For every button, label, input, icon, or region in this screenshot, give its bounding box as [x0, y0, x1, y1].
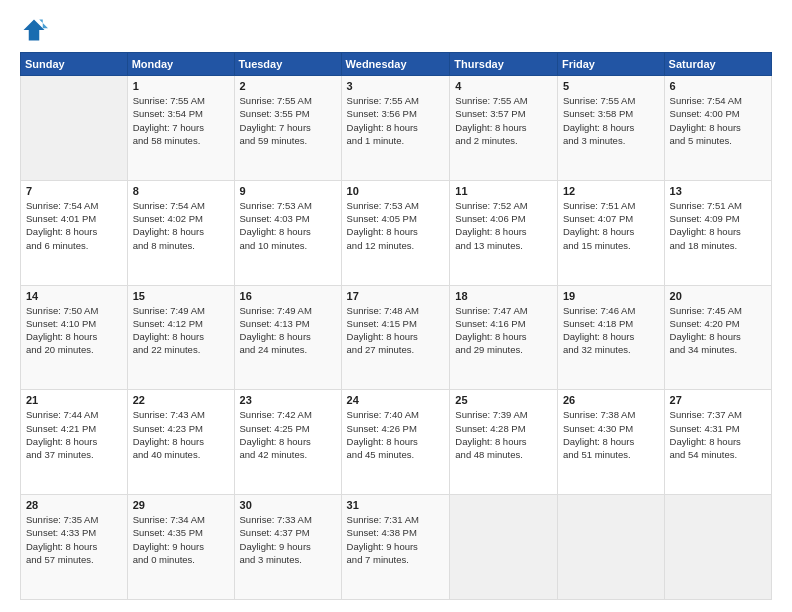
calendar-cell: 17Sunrise: 7:48 AM Sunset: 4:15 PM Dayli… — [341, 285, 450, 390]
calendar-cell: 11Sunrise: 7:52 AM Sunset: 4:06 PM Dayli… — [450, 180, 558, 285]
day-info: Sunrise: 7:55 AM Sunset: 3:58 PM Dayligh… — [563, 94, 659, 147]
day-info: Sunrise: 7:55 AM Sunset: 3:56 PM Dayligh… — [347, 94, 445, 147]
day-info: Sunrise: 7:52 AM Sunset: 4:06 PM Dayligh… — [455, 199, 552, 252]
header — [20, 16, 772, 44]
day-info: Sunrise: 7:31 AM Sunset: 4:38 PM Dayligh… — [347, 513, 445, 566]
calendar-cell: 18Sunrise: 7:47 AM Sunset: 4:16 PM Dayli… — [450, 285, 558, 390]
calendar-cell: 13Sunrise: 7:51 AM Sunset: 4:09 PM Dayli… — [664, 180, 771, 285]
day-info: Sunrise: 7:51 AM Sunset: 4:07 PM Dayligh… — [563, 199, 659, 252]
calendar-cell: 30Sunrise: 7:33 AM Sunset: 4:37 PM Dayli… — [234, 495, 341, 600]
day-info: Sunrise: 7:54 AM Sunset: 4:01 PM Dayligh… — [26, 199, 122, 252]
calendar-cell: 14Sunrise: 7:50 AM Sunset: 4:10 PM Dayli… — [21, 285, 128, 390]
day-info: Sunrise: 7:46 AM Sunset: 4:18 PM Dayligh… — [563, 304, 659, 357]
day-number: 10 — [347, 185, 445, 197]
day-number: 19 — [563, 290, 659, 302]
day-info: Sunrise: 7:38 AM Sunset: 4:30 PM Dayligh… — [563, 408, 659, 461]
day-info: Sunrise: 7:35 AM Sunset: 4:33 PM Dayligh… — [26, 513, 122, 566]
day-number: 5 — [563, 80, 659, 92]
day-number: 25 — [455, 394, 552, 406]
day-number: 8 — [133, 185, 229, 197]
day-number: 18 — [455, 290, 552, 302]
weekday-header-wednesday: Wednesday — [341, 53, 450, 76]
day-number: 28 — [26, 499, 122, 511]
calendar-cell: 31Sunrise: 7:31 AM Sunset: 4:38 PM Dayli… — [341, 495, 450, 600]
weekday-header-friday: Friday — [557, 53, 664, 76]
day-number: 13 — [670, 185, 766, 197]
day-info: Sunrise: 7:47 AM Sunset: 4:16 PM Dayligh… — [455, 304, 552, 357]
day-number: 4 — [455, 80, 552, 92]
calendar-cell: 7Sunrise: 7:54 AM Sunset: 4:01 PM Daylig… — [21, 180, 128, 285]
calendar-cell: 3Sunrise: 7:55 AM Sunset: 3:56 PM Daylig… — [341, 76, 450, 181]
calendar-week-row: 21Sunrise: 7:44 AM Sunset: 4:21 PM Dayli… — [21, 390, 772, 495]
day-info: Sunrise: 7:40 AM Sunset: 4:26 PM Dayligh… — [347, 408, 445, 461]
day-number: 11 — [455, 185, 552, 197]
calendar-cell — [557, 495, 664, 600]
calendar-header: SundayMondayTuesdayWednesdayThursdayFrid… — [21, 53, 772, 76]
calendar-body: 1Sunrise: 7:55 AM Sunset: 3:54 PM Daylig… — [21, 76, 772, 600]
day-info: Sunrise: 7:53 AM Sunset: 4:05 PM Dayligh… — [347, 199, 445, 252]
day-info: Sunrise: 7:49 AM Sunset: 4:12 PM Dayligh… — [133, 304, 229, 357]
calendar-cell: 8Sunrise: 7:54 AM Sunset: 4:02 PM Daylig… — [127, 180, 234, 285]
weekday-header-monday: Monday — [127, 53, 234, 76]
calendar-week-row: 1Sunrise: 7:55 AM Sunset: 3:54 PM Daylig… — [21, 76, 772, 181]
day-number: 31 — [347, 499, 445, 511]
day-info: Sunrise: 7:53 AM Sunset: 4:03 PM Dayligh… — [240, 199, 336, 252]
day-info: Sunrise: 7:49 AM Sunset: 4:13 PM Dayligh… — [240, 304, 336, 357]
day-number: 29 — [133, 499, 229, 511]
calendar-cell — [450, 495, 558, 600]
calendar-cell: 9Sunrise: 7:53 AM Sunset: 4:03 PM Daylig… — [234, 180, 341, 285]
day-number: 9 — [240, 185, 336, 197]
weekday-header-thursday: Thursday — [450, 53, 558, 76]
day-info: Sunrise: 7:33 AM Sunset: 4:37 PM Dayligh… — [240, 513, 336, 566]
logo-icon — [20, 16, 48, 44]
calendar-cell: 20Sunrise: 7:45 AM Sunset: 4:20 PM Dayli… — [664, 285, 771, 390]
calendar-cell: 12Sunrise: 7:51 AM Sunset: 4:07 PM Dayli… — [557, 180, 664, 285]
calendar-cell: 6Sunrise: 7:54 AM Sunset: 4:00 PM Daylig… — [664, 76, 771, 181]
day-number: 7 — [26, 185, 122, 197]
calendar-cell — [664, 495, 771, 600]
weekday-header-saturday: Saturday — [664, 53, 771, 76]
day-info: Sunrise: 7:37 AM Sunset: 4:31 PM Dayligh… — [670, 408, 766, 461]
day-number: 14 — [26, 290, 122, 302]
day-number: 20 — [670, 290, 766, 302]
logo — [20, 16, 52, 44]
day-number: 16 — [240, 290, 336, 302]
day-number: 1 — [133, 80, 229, 92]
calendar-table: SundayMondayTuesdayWednesdayThursdayFrid… — [20, 52, 772, 600]
day-number: 26 — [563, 394, 659, 406]
calendar-cell: 2Sunrise: 7:55 AM Sunset: 3:55 PM Daylig… — [234, 76, 341, 181]
calendar-cell: 22Sunrise: 7:43 AM Sunset: 4:23 PM Dayli… — [127, 390, 234, 495]
weekday-header-row: SundayMondayTuesdayWednesdayThursdayFrid… — [21, 53, 772, 76]
day-number: 12 — [563, 185, 659, 197]
calendar-week-row: 7Sunrise: 7:54 AM Sunset: 4:01 PM Daylig… — [21, 180, 772, 285]
calendar-cell: 21Sunrise: 7:44 AM Sunset: 4:21 PM Dayli… — [21, 390, 128, 495]
calendar-cell: 19Sunrise: 7:46 AM Sunset: 4:18 PM Dayli… — [557, 285, 664, 390]
calendar-cell: 10Sunrise: 7:53 AM Sunset: 4:05 PM Dayli… — [341, 180, 450, 285]
day-number: 2 — [240, 80, 336, 92]
calendar-cell: 29Sunrise: 7:34 AM Sunset: 4:35 PM Dayli… — [127, 495, 234, 600]
calendar-cell: 23Sunrise: 7:42 AM Sunset: 4:25 PM Dayli… — [234, 390, 341, 495]
weekday-header-sunday: Sunday — [21, 53, 128, 76]
calendar-cell: 15Sunrise: 7:49 AM Sunset: 4:12 PM Dayli… — [127, 285, 234, 390]
calendar-cell: 28Sunrise: 7:35 AM Sunset: 4:33 PM Dayli… — [21, 495, 128, 600]
calendar-cell: 26Sunrise: 7:38 AM Sunset: 4:30 PM Dayli… — [557, 390, 664, 495]
day-info: Sunrise: 7:54 AM Sunset: 4:02 PM Dayligh… — [133, 199, 229, 252]
svg-marker-0 — [24, 20, 45, 41]
day-info: Sunrise: 7:55 AM Sunset: 3:57 PM Dayligh… — [455, 94, 552, 147]
day-info: Sunrise: 7:50 AM Sunset: 4:10 PM Dayligh… — [26, 304, 122, 357]
day-info: Sunrise: 7:39 AM Sunset: 4:28 PM Dayligh… — [455, 408, 552, 461]
weekday-header-tuesday: Tuesday — [234, 53, 341, 76]
day-info: Sunrise: 7:34 AM Sunset: 4:35 PM Dayligh… — [133, 513, 229, 566]
day-number: 24 — [347, 394, 445, 406]
calendar-cell: 4Sunrise: 7:55 AM Sunset: 3:57 PM Daylig… — [450, 76, 558, 181]
day-info: Sunrise: 7:55 AM Sunset: 3:55 PM Dayligh… — [240, 94, 336, 147]
day-info: Sunrise: 7:44 AM Sunset: 4:21 PM Dayligh… — [26, 408, 122, 461]
calendar-cell — [21, 76, 128, 181]
day-info: Sunrise: 7:42 AM Sunset: 4:25 PM Dayligh… — [240, 408, 336, 461]
day-number: 3 — [347, 80, 445, 92]
page: SundayMondayTuesdayWednesdayThursdayFrid… — [0, 0, 792, 612]
calendar-cell: 27Sunrise: 7:37 AM Sunset: 4:31 PM Dayli… — [664, 390, 771, 495]
day-info: Sunrise: 7:51 AM Sunset: 4:09 PM Dayligh… — [670, 199, 766, 252]
calendar-week-row: 14Sunrise: 7:50 AM Sunset: 4:10 PM Dayli… — [21, 285, 772, 390]
day-number: 27 — [670, 394, 766, 406]
